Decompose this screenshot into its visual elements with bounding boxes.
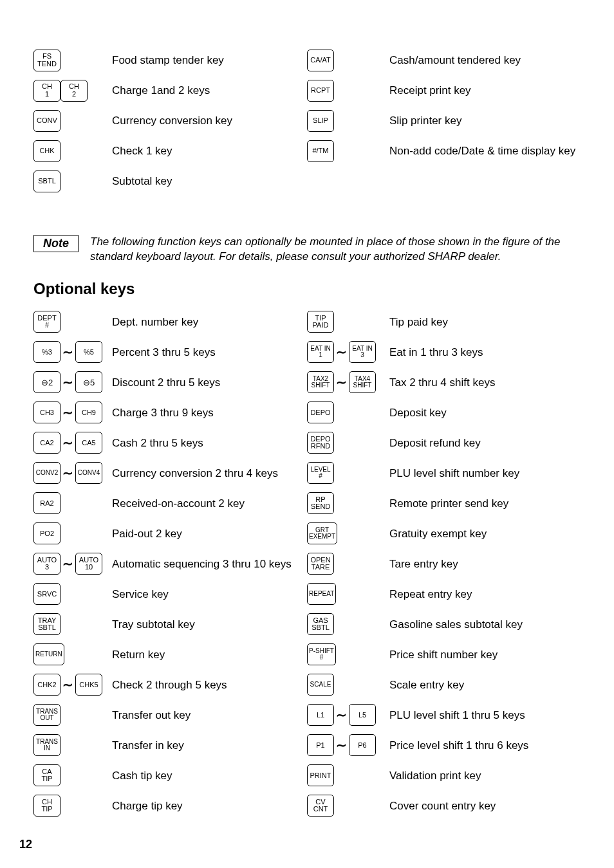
key-row: RETURNReturn key: [33, 640, 307, 670]
keycap-line: PO2: [40, 530, 54, 538]
key-row: ⊖2∼⊖5Discount 2 thru 5 keys: [33, 367, 307, 398]
key-row: TIPPAIDTip paid key: [307, 307, 581, 337]
key-description: Charge 3 thru 9 keys: [112, 406, 218, 420]
keycap: P6: [349, 734, 376, 756]
key-description: Received-on-account 2 key: [112, 497, 248, 510]
key-description: Cash/amount tendered key: [389, 53, 525, 67]
key-row: DEPORFNDDeposit refund key: [307, 428, 581, 458]
keys-area: TRANSIN: [33, 730, 112, 761]
keycap-line: P1: [316, 742, 324, 750]
keycap: TRANSOUT: [33, 704, 60, 726]
keycap: DEPT#: [33, 311, 60, 333]
keys-area: LEVEL#: [307, 458, 389, 488]
keys-area: TRAYSBTL: [33, 609, 112, 640]
keycap-line: CHK2: [37, 681, 56, 689]
keycap-line: 1: [319, 352, 322, 359]
keys-area: SCALE: [307, 670, 389, 700]
keycap: CONV: [33, 110, 60, 132]
keycap: CATIP: [33, 764, 60, 786]
key-description: Transfer out key: [112, 708, 194, 722]
key-row: #/TMNon-add code/Date & time display key: [307, 136, 581, 166]
keycap: DEPORFND: [307, 432, 334, 454]
key-description: PLU level shift 1 thru 5 keys: [389, 708, 529, 722]
key-description: Gasoline sales subtotal key: [389, 618, 526, 631]
thru-tilde-icon: ∼: [62, 346, 73, 358]
key-description: Food stamp tender key: [112, 53, 228, 67]
keycap-line: TARE: [312, 564, 330, 571]
key-row: L1∼L5PLU level shift 1 thru 5 keys: [307, 700, 581, 730]
keycap-line: 10: [85, 564, 93, 571]
keycap-line: P6: [358, 742, 366, 750]
key-description: Repeat entry key: [389, 587, 476, 601]
key-description: Subtotal key: [112, 174, 176, 188]
thru-tilde-icon: ∼: [62, 466, 73, 479]
keycap-line: RETURN: [35, 651, 62, 658]
keycap: P-SHIFT#: [307, 643, 336, 665]
keycap-line: %3: [42, 349, 52, 356]
keys-area: TIPPAID: [307, 307, 389, 337]
keys-area: SRVC: [33, 579, 112, 609]
keys-area: CHK: [33, 136, 112, 166]
thru-tilde-icon: ∼: [336, 739, 347, 752]
thru-tilde-icon: ∼: [336, 708, 347, 721]
keycap: RCPT: [307, 80, 334, 102]
keycap-line: DEPO: [310, 409, 330, 417]
key-description: Check 1 key: [112, 144, 176, 158]
keys-area: RA2: [33, 488, 112, 519]
keycap-line: SHIFT: [353, 382, 372, 389]
keycap: DEPO: [307, 402, 334, 423]
keys-area: GASSBTL: [307, 609, 389, 640]
keycap-line: SBTL: [38, 178, 56, 185]
key-row: OPENTARETare entry key: [307, 549, 581, 579]
keycap-line: 3: [360, 352, 364, 359]
keycap: %5: [75, 341, 102, 363]
key-description: Return key: [112, 648, 169, 661]
keys-area: TRANSOUT: [33, 700, 112, 730]
keycap: %3: [33, 341, 60, 363]
key-description: Currency conversion 2 thru 4 keys: [112, 466, 282, 480]
key-row: SBTLSubtotal key: [33, 166, 307, 196]
keycap-line: L5: [358, 712, 366, 719]
keycap: L5: [349, 704, 376, 726]
keycap-line: RCPT: [311, 87, 330, 95]
keycap-line: CONV: [37, 117, 57, 125]
key-row: TRANSOUTTransfer out key: [33, 700, 307, 730]
keycap: ⊖2: [33, 371, 60, 393]
thru-tilde-icon: ∼: [62, 406, 73, 419]
keys-area: REPEAT: [307, 579, 389, 609]
key-row: CVCNTCover count entry key: [307, 791, 581, 821]
keycap: CONV2: [33, 462, 60, 484]
keycap-line: #: [45, 322, 49, 329]
keys-area: %3∼%5: [33, 337, 112, 367]
key-description: Remote printer send key: [389, 497, 512, 510]
thru-tilde-icon: ∼: [62, 436, 73, 449]
keys-area: RPSEND: [307, 488, 389, 519]
thru-tilde-icon: ∼: [336, 346, 347, 358]
keycap-line: CA2: [40, 439, 53, 447]
keycap: CA2: [33, 432, 60, 454]
keycap-line: SBTL: [312, 624, 330, 632]
keycap: CVCNT: [307, 795, 334, 817]
key-description: Price shift number key: [389, 648, 501, 661]
keycap-line: FS: [42, 53, 51, 60]
keycap-line: PAID: [313, 322, 329, 329]
keycap: SBTL: [33, 171, 60, 192]
keycap-line: %5: [84, 349, 94, 356]
keycap: OPENTARE: [307, 553, 334, 575]
key-row: TRAYSBTLTray subtotal key: [33, 609, 307, 640]
keycap-line: IN: [44, 745, 50, 752]
key-description: Automatic sequencing 3 thru 10 keys: [112, 557, 295, 571]
keys-area: PRINT: [307, 761, 389, 791]
keys-area: CHK2∼CHK5: [33, 670, 112, 700]
keys-area: EAT IN1∼EAT IN3: [307, 337, 389, 367]
keycap: AUTO3: [33, 553, 60, 575]
key-row: EAT IN1∼EAT IN3Eat in 1 thru 3 keys: [307, 337, 581, 367]
keycap: #/TM: [307, 140, 334, 162]
keycap-line: CONV2: [36, 470, 58, 477]
keys-area: RCPT: [307, 75, 389, 106]
keycap-line: PRINT: [310, 772, 331, 780]
section-heading: Optional keys: [33, 280, 581, 298]
key-description: Deposit refund key: [389, 436, 485, 450]
thru-tilde-icon: ∼: [62, 678, 73, 691]
keycap-line: CHK5: [79, 681, 98, 689]
